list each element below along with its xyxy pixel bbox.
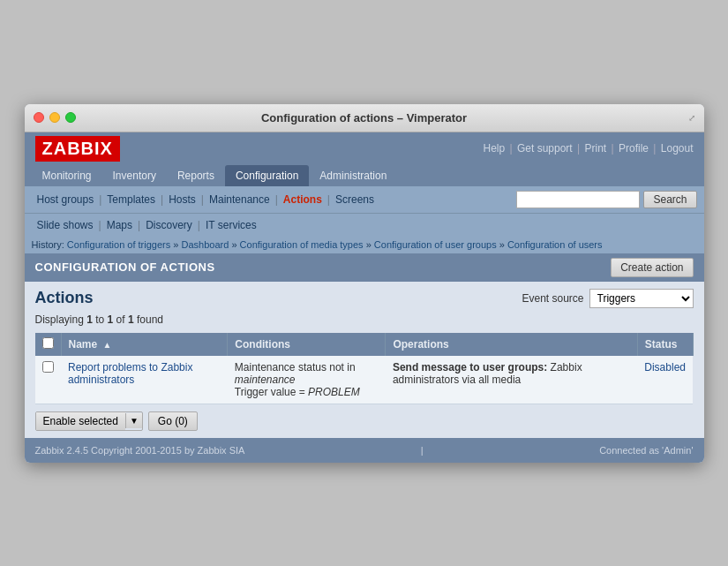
col-conditions: Conditions	[228, 333, 386, 356]
nav-configuration[interactable]: Configuration	[225, 165, 309, 186]
footer-separator: |	[421, 445, 424, 456]
row-status-cell: Disabled	[637, 356, 693, 404]
row-operations-cell: Send message to user groups: Zabbix admi…	[386, 356, 637, 404]
sub-nav-row1: Host groups | Templates | Hosts | Mainte…	[25, 186, 704, 213]
nav-administration[interactable]: Administration	[309, 165, 397, 186]
breadcrumb-triggers[interactable]: Configuration of triggers	[67, 239, 170, 250]
row-conditions-cell: Maintenance status not in maintenance Tr…	[228, 356, 386, 404]
help-link[interactable]: Help	[484, 142, 506, 155]
subnav-hosts[interactable]: Hosts	[163, 192, 201, 208]
resize-icon: ⤢	[688, 113, 695, 123]
sub-nav-row2: Slide shows | Maps | Discovery | IT serv…	[25, 213, 704, 238]
maximize-button[interactable]	[65, 112, 76, 123]
event-source-control: Event source Triggers Discovery Auto reg…	[522, 289, 693, 308]
search-form: Search	[516, 191, 696, 208]
enable-selected-button[interactable]: Enable selected	[36, 412, 125, 430]
nav-monitoring[interactable]: Monitoring	[32, 165, 102, 186]
enable-selected-wrap: Enable selected ▼	[35, 411, 143, 431]
logo: ZABBIX	[35, 136, 120, 162]
event-source-label: Event source	[522, 292, 583, 305]
footer-connected: Connected as 'Admin'	[599, 445, 693, 456]
footer-copyright: Zabbix 2.4.5 Copyright 2001-2015 by Zabb…	[35, 445, 245, 456]
subnav-discovery[interactable]: Discovery	[140, 217, 198, 233]
main-window: Configuration of actions – Vimperator ⤢ …	[25, 104, 704, 463]
bottom-controls: Enable selected ▼ Go (0)	[25, 404, 704, 438]
subnav-slide-shows[interactable]: Slide shows	[32, 217, 99, 233]
enable-dropdown-button[interactable]: ▼	[125, 413, 142, 428]
get-support-link[interactable]: Get support	[517, 142, 573, 155]
row-checkbox-cell	[35, 356, 62, 404]
row-checkbox[interactable]	[42, 361, 54, 373]
logout-link[interactable]: Logout	[661, 142, 694, 155]
col-status: Status	[637, 333, 693, 356]
go-button[interactable]: Go (0)	[148, 411, 198, 431]
top-links: Help | Get support | Print | Profile | L…	[484, 142, 694, 155]
breadcrumb-dashboard[interactable]: Dashboard	[182, 239, 229, 250]
minimize-button[interactable]	[49, 112, 60, 123]
nav-inventory[interactable]: Inventory	[102, 165, 167, 186]
displaying-text: Displaying 1 to 1 of 1 found	[25, 312, 704, 333]
breadcrumb-media-types[interactable]: Configuration of media types	[240, 239, 364, 250]
subnav-maps[interactable]: Maps	[101, 217, 138, 233]
main-nav: Monitoring Inventory Reports Configurati…	[25, 165, 704, 186]
profile-link[interactable]: Profile	[619, 142, 649, 155]
col-checkbox	[35, 333, 62, 356]
actions-panel-header: Actions Event source Triggers Discovery …	[25, 282, 704, 312]
breadcrumb: History: Configuration of triggers » Das…	[25, 238, 704, 253]
traffic-lights	[34, 112, 76, 123]
col-name: Name ▲	[61, 333, 228, 356]
subnav-templates[interactable]: Templates	[101, 192, 161, 208]
subnav-screens[interactable]: Screens	[330, 192, 379, 208]
subnav-host-groups[interactable]: Host groups	[32, 192, 100, 208]
close-button[interactable]	[34, 112, 44, 123]
section-header: CONFIGURATION OF ACTIONS Create action	[25, 253, 704, 282]
window-title: Configuration of actions – Vimperator	[261, 111, 467, 125]
breadcrumb-user-groups[interactable]: Configuration of user groups	[374, 239, 497, 250]
breadcrumb-users[interactable]: Configuration of users	[507, 239, 603, 250]
row-status-link[interactable]: Disabled	[644, 361, 686, 374]
sub-nav-links: Host groups | Templates | Hosts | Mainte…	[32, 192, 517, 208]
col-operations: Operations	[386, 333, 637, 356]
subnav-maintenance[interactable]: Maintenance	[204, 192, 275, 208]
subnav-it-services[interactable]: IT services	[200, 217, 262, 233]
table-container: Name ▲ Conditions Operations Status Repo…	[25, 333, 704, 404]
col-name-sort[interactable]: Name ▲	[69, 338, 112, 351]
section-title: CONFIGURATION OF ACTIONS	[35, 260, 215, 274]
actions-table: Name ▲ Conditions Operations Status Repo…	[35, 333, 694, 404]
title-bar: Configuration of actions – Vimperator ⤢	[25, 104, 704, 132]
actions-title: Actions	[35, 289, 94, 307]
footer: Zabbix 2.4.5 Copyright 2001-2015 by Zabb…	[25, 438, 704, 463]
search-button[interactable]: Search	[643, 191, 696, 208]
row-name-cell: Report problems to Zabbix administrators	[61, 356, 228, 404]
content-area: CONFIGURATION OF ACTIONS Create action A…	[25, 253, 704, 438]
create-action-button[interactable]: Create action	[611, 258, 693, 277]
nav-reports[interactable]: Reports	[167, 165, 225, 186]
event-source-select[interactable]: Triggers Discovery Auto registration Int…	[589, 289, 694, 308]
row-name-link[interactable]: Report problems to Zabbix administrators	[68, 361, 192, 386]
print-link[interactable]: Print	[585, 142, 607, 155]
select-all-checkbox[interactable]	[42, 337, 54, 349]
top-bar: ZABBIX Help | Get support | Print | Prof…	[25, 132, 704, 165]
table-row: Report problems to Zabbix administrators…	[35, 356, 694, 404]
search-input[interactable]	[516, 191, 640, 208]
subnav-actions[interactable]: Actions	[278, 192, 327, 208]
